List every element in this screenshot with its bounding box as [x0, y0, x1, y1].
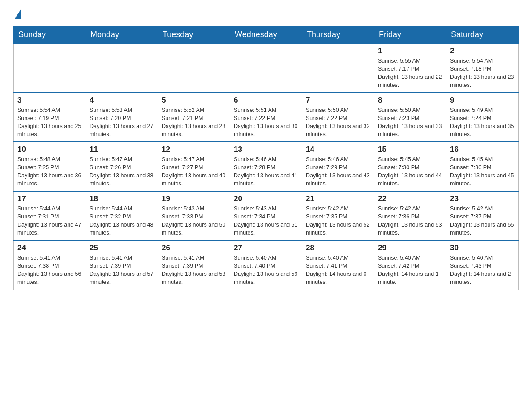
calendar-cell: 27Sunrise: 5:40 AMSunset: 7:40 PMDayligh… [230, 240, 302, 290]
day-info: Sunrise: 5:51 AMSunset: 7:22 PMDaylight:… [234, 106, 298, 139]
calendar-cell: 18Sunrise: 5:44 AMSunset: 7:32 PMDayligh… [86, 191, 158, 240]
day-number: 3 [17, 96, 82, 105]
day-info: Sunrise: 5:53 AMSunset: 7:20 PMDaylight:… [90, 106, 154, 139]
day-number: 26 [162, 244, 226, 253]
day-info: Sunrise: 5:48 AMSunset: 7:25 PMDaylight:… [17, 155, 82, 188]
day-info: Sunrise: 5:46 AMSunset: 7:29 PMDaylight:… [306, 155, 370, 188]
day-number: 20 [234, 194, 298, 203]
calendar-cell: 25Sunrise: 5:41 AMSunset: 7:39 PMDayligh… [86, 240, 158, 290]
day-number: 8 [378, 96, 442, 105]
calendar-cell: 15Sunrise: 5:45 AMSunset: 7:30 PMDayligh… [374, 142, 446, 191]
day-info: Sunrise: 5:42 AMSunset: 7:37 PMDaylight:… [450, 205, 515, 237]
column-header-thursday: Thursday [302, 26, 374, 44]
day-info: Sunrise: 5:47 AMSunset: 7:27 PMDaylight:… [162, 155, 226, 188]
calendar-week-row: 3Sunrise: 5:54 AMSunset: 7:19 PMDaylight… [14, 93, 519, 142]
calendar-cell: 4Sunrise: 5:53 AMSunset: 7:20 PMDaylight… [86, 93, 158, 142]
day-info: Sunrise: 5:43 AMSunset: 7:33 PMDaylight:… [162, 205, 226, 237]
calendar-cell: 21Sunrise: 5:42 AMSunset: 7:35 PMDayligh… [302, 191, 374, 240]
calendar-cell: 19Sunrise: 5:43 AMSunset: 7:33 PMDayligh… [158, 191, 230, 240]
calendar-cell: 16Sunrise: 5:45 AMSunset: 7:30 PMDayligh… [446, 142, 519, 191]
calendar-cell: 30Sunrise: 5:40 AMSunset: 7:43 PMDayligh… [446, 240, 519, 290]
day-number: 11 [90, 145, 154, 154]
calendar-cell: 13Sunrise: 5:46 AMSunset: 7:28 PMDayligh… [230, 142, 302, 191]
calendar-cell: 7Sunrise: 5:50 AMSunset: 7:22 PMDaylight… [302, 93, 374, 142]
day-info: Sunrise: 5:40 AMSunset: 7:40 PMDaylight:… [234, 254, 298, 287]
day-number: 27 [234, 244, 298, 253]
column-header-friday: Friday [374, 26, 446, 44]
calendar-cell: 12Sunrise: 5:47 AMSunset: 7:27 PMDayligh… [158, 142, 230, 191]
column-header-sunday: Sunday [14, 26, 86, 44]
day-info: Sunrise: 5:40 AMSunset: 7:41 PMDaylight:… [306, 254, 370, 287]
column-header-tuesday: Tuesday [158, 26, 230, 44]
day-number: 10 [17, 145, 82, 154]
calendar-week-row: 10Sunrise: 5:48 AMSunset: 7:25 PMDayligh… [14, 142, 519, 191]
day-number: 2 [450, 47, 515, 56]
day-info: Sunrise: 5:41 AMSunset: 7:38 PMDaylight:… [17, 254, 82, 287]
day-info: Sunrise: 5:47 AMSunset: 7:26 PMDaylight:… [90, 155, 154, 188]
day-number: 21 [306, 194, 370, 203]
day-number: 15 [378, 145, 442, 154]
day-info: Sunrise: 5:42 AMSunset: 7:35 PMDaylight:… [306, 205, 370, 237]
day-info: Sunrise: 5:54 AMSunset: 7:18 PMDaylight:… [450, 57, 515, 90]
day-number: 9 [450, 96, 515, 105]
calendar-cell: 29Sunrise: 5:40 AMSunset: 7:42 PMDayligh… [374, 240, 446, 290]
day-info: Sunrise: 5:50 AMSunset: 7:23 PMDaylight:… [378, 106, 442, 139]
day-number: 12 [162, 145, 226, 154]
day-info: Sunrise: 5:45 AMSunset: 7:30 PMDaylight:… [378, 155, 442, 188]
calendar-cell [302, 43, 374, 93]
calendar-header-row: SundayMondayTuesdayWednesdayThursdayFrid… [14, 26, 519, 44]
day-number: 5 [162, 96, 226, 105]
page-header [13, 9, 519, 18]
day-info: Sunrise: 5:43 AMSunset: 7:34 PMDaylight:… [234, 205, 298, 237]
calendar-cell: 1Sunrise: 5:55 AMSunset: 7:17 PMDaylight… [374, 43, 446, 93]
day-number: 18 [90, 194, 154, 203]
day-number: 7 [306, 96, 370, 105]
column-header-monday: Monday [86, 26, 158, 44]
logo-triangle-icon [15, 9, 21, 19]
calendar-cell: 10Sunrise: 5:48 AMSunset: 7:25 PMDayligh… [14, 142, 86, 191]
day-info: Sunrise: 5:42 AMSunset: 7:36 PMDaylight:… [378, 205, 442, 237]
day-info: Sunrise: 5:52 AMSunset: 7:21 PMDaylight:… [162, 106, 226, 139]
day-number: 22 [378, 194, 442, 203]
calendar-cell [158, 43, 230, 93]
calendar-cell: 14Sunrise: 5:46 AMSunset: 7:29 PMDayligh… [302, 142, 374, 191]
calendar-cell: 28Sunrise: 5:40 AMSunset: 7:41 PMDayligh… [302, 240, 374, 290]
day-number: 17 [17, 194, 82, 203]
day-number: 13 [234, 145, 298, 154]
calendar-cell: 22Sunrise: 5:42 AMSunset: 7:36 PMDayligh… [374, 191, 446, 240]
day-number: 29 [378, 244, 442, 253]
day-number: 6 [234, 96, 298, 105]
day-info: Sunrise: 5:45 AMSunset: 7:30 PMDaylight:… [450, 155, 515, 188]
calendar-week-row: 24Sunrise: 5:41 AMSunset: 7:38 PMDayligh… [14, 240, 519, 290]
day-info: Sunrise: 5:44 AMSunset: 7:32 PMDaylight:… [90, 205, 154, 237]
calendar-week-row: 17Sunrise: 5:44 AMSunset: 7:31 PMDayligh… [14, 191, 519, 240]
day-number: 4 [90, 96, 154, 105]
day-info: Sunrise: 5:41 AMSunset: 7:39 PMDaylight:… [162, 254, 226, 287]
calendar-week-row: 1Sunrise: 5:55 AMSunset: 7:17 PMDaylight… [14, 43, 519, 93]
calendar-cell: 24Sunrise: 5:41 AMSunset: 7:38 PMDayligh… [14, 240, 86, 290]
day-info: Sunrise: 5:40 AMSunset: 7:42 PMDaylight:… [378, 254, 442, 287]
day-number: 25 [90, 244, 154, 253]
logo-top [13, 9, 21, 20]
column-header-wednesday: Wednesday [230, 26, 302, 44]
day-number: 14 [306, 145, 370, 154]
calendar-cell: 8Sunrise: 5:50 AMSunset: 7:23 PMDaylight… [374, 93, 446, 142]
day-number: 24 [17, 244, 82, 253]
day-info: Sunrise: 5:50 AMSunset: 7:22 PMDaylight:… [306, 106, 370, 139]
column-header-saturday: Saturday [446, 26, 519, 44]
calendar-table: SundayMondayTuesdayWednesdayThursdayFrid… [13, 26, 519, 290]
day-number: 28 [306, 244, 370, 253]
calendar-cell: 9Sunrise: 5:49 AMSunset: 7:24 PMDaylight… [446, 93, 519, 142]
calendar-cell: 11Sunrise: 5:47 AMSunset: 7:26 PMDayligh… [86, 142, 158, 191]
day-info: Sunrise: 5:41 AMSunset: 7:39 PMDaylight:… [90, 254, 154, 287]
calendar-cell: 17Sunrise: 5:44 AMSunset: 7:31 PMDayligh… [14, 191, 86, 240]
calendar-cell [230, 43, 302, 93]
calendar-cell: 23Sunrise: 5:42 AMSunset: 7:37 PMDayligh… [446, 191, 519, 240]
calendar-cell: 26Sunrise: 5:41 AMSunset: 7:39 PMDayligh… [158, 240, 230, 290]
day-info: Sunrise: 5:49 AMSunset: 7:24 PMDaylight:… [450, 106, 515, 139]
logo [13, 9, 21, 18]
calendar-cell [86, 43, 158, 93]
calendar-cell: 20Sunrise: 5:43 AMSunset: 7:34 PMDayligh… [230, 191, 302, 240]
day-number: 19 [162, 194, 226, 203]
day-info: Sunrise: 5:40 AMSunset: 7:43 PMDaylight:… [450, 254, 515, 287]
